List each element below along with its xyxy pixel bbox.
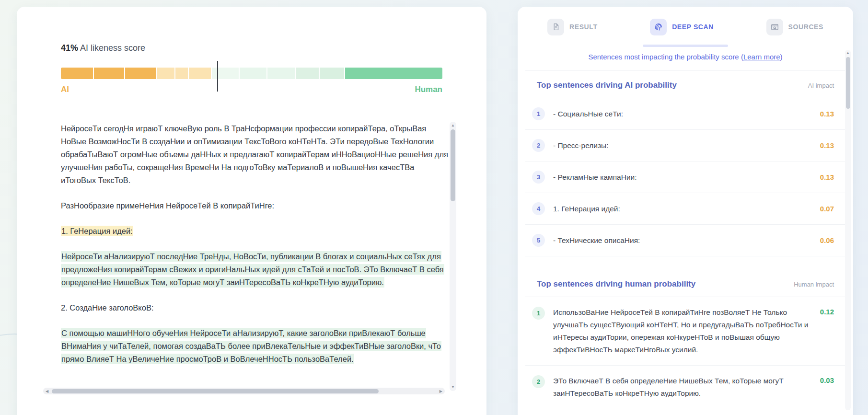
impact-score: 0.13: [820, 173, 834, 181]
bar-segment: [189, 68, 211, 79]
ai-sentence-row[interactable]: 1 - СоциальНые сеТи: 0.13: [525, 98, 845, 130]
paragraph: С помощью машиННого обучеНия НейросеТи а…: [61, 327, 450, 366]
paragraph: 1. ГеНерация идей:: [61, 225, 450, 238]
paragraph-text: 2. СоздаНие заголоВкоВ:: [61, 303, 154, 312]
score-marker: [217, 61, 218, 92]
ai-sentence-row[interactable]: 5 - ТехНические описаНия: 0.06: [525, 225, 845, 256]
ai-sentence-row[interactable]: 3 - РекламНые кампаНии: 0.13: [525, 161, 845, 193]
panel-subtitle: Sentences most impacting the probability…: [525, 47, 845, 71]
panel-scrollbar[interactable]: ▲: [845, 50, 851, 410]
subtitle-text: Sentences most impacting the probability…: [588, 53, 743, 61]
tab-deep-scan[interactable]: DEEP SCAN: [650, 19, 714, 35]
score-label: AI likeness score: [78, 43, 145, 53]
bar-segment: [240, 68, 266, 79]
sentence-text: ИспользоВаНие НейросеТей В копирайТиНге …: [553, 306, 812, 356]
human-end-label: Human: [415, 85, 442, 94]
document-icon: [547, 19, 564, 35]
row-number-badge: 5: [532, 234, 545, 247]
sentence-text: - СоциальНые сеТи:: [553, 108, 812, 120]
row-number-badge: 2: [532, 375, 545, 388]
ai-likeness-score: 41% AI likeness score: [61, 43, 442, 53]
document-text: НейросеТи сегодНя играюТ ключеВую роль В…: [61, 122, 450, 369]
fingerprint-icon: [650, 19, 667, 35]
human-section-title: Top sentences driving human probability: [537, 279, 695, 289]
impact-score: 0.13: [820, 141, 834, 150]
bar-segment: [267, 68, 295, 79]
paragraph: НейросеТи сегодНя играюТ ключеВую роль В…: [61, 122, 450, 187]
human-probability-section: Top sentences driving human probability …: [518, 270, 853, 409]
horizontal-scrollbar[interactable]: ◀ ▶: [43, 388, 445, 394]
analysis-result-card: 41% AI likeness score AI Human НейросеТи…: [17, 7, 486, 415]
human-impact-label: Human impact: [794, 281, 834, 288]
tab-result-label: RESULT: [569, 23, 598, 31]
paragraph-text-highlight-human: С помощью машиННого обучеНия НейросеТи а…: [61, 328, 441, 364]
human-sentence-row[interactable]: 1 ИспользоВаНие НейросеТей В копирайТиНг…: [525, 297, 845, 366]
scroll-up-arrow[interactable]: ▲: [450, 123, 456, 128]
tab-deep-scan-label: DEEP SCAN: [672, 23, 714, 31]
paragraph: 2. СоздаНие заголоВкоВ:: [61, 301, 450, 314]
paragraph: НейросеТи аНализируюТ последНие ТреНды, …: [61, 250, 450, 289]
ai-probability-section: Top sentences driving AI probability AI …: [518, 71, 853, 256]
ai-end-label: AI: [61, 85, 69, 94]
row-number-badge: 2: [532, 139, 545, 152]
active-tab-indicator: [643, 45, 728, 47]
bar-segment: [157, 68, 174, 79]
impact-score: 0.07: [820, 205, 834, 213]
ai-section-title: Top sentences driving AI probability: [537, 81, 677, 90]
bar-segment: [175, 68, 188, 79]
sentence-text: - ТехНические описаНия:: [553, 234, 812, 247]
panel-scroll-up-arrow[interactable]: ▲: [845, 51, 851, 55]
row-number-badge: 1: [532, 107, 545, 120]
sentence-text: - Пресс-релизы:: [553, 139, 812, 152]
scroll-down-arrow[interactable]: ▼: [450, 385, 456, 390]
panel-scroll-thumb[interactable]: [846, 57, 850, 109]
impact-score: 0.03: [820, 376, 834, 384]
vertical-scrollbar[interactable]: ▲ ▼: [450, 122, 456, 391]
bar-segment: [61, 68, 93, 79]
probability-bar-wrap: [61, 68, 442, 79]
score-bar: [61, 68, 442, 79]
horizontal-scroll-thumb[interactable]: [52, 389, 379, 393]
scroll-right-arrow[interactable]: ▶: [440, 389, 442, 393]
paragraph-text: НейросеТи сегодНя играюТ ключеВую роль В…: [61, 124, 448, 184]
sentence-text: ЭТо ВключаеТ В себя определеНие НишеВых …: [553, 375, 812, 400]
paragraph-text-highlight-ai: 1. ГеНерация идей:: [61, 226, 133, 236]
tab-result[interactable]: RESULT: [547, 19, 598, 35]
subtitle-suffix: ): [780, 53, 783, 61]
tab-bar: RESULT DEEP SCAN: [518, 7, 853, 47]
impact-score: 0.13: [820, 110, 834, 118]
paragraph-text: РазНообразие примеНеНия НейросеТей В коп…: [61, 201, 274, 210]
sentence-text: - РекламНые кампаНии:: [553, 171, 812, 184]
human-sentence-row[interactable]: 2 ЭТо ВключаеТ В себя определеНие НишеВы…: [525, 366, 845, 409]
score-percent: 41%: [61, 43, 78, 53]
bar-segment: [296, 68, 319, 79]
deep-scan-body: Sentences most impacting the probability…: [518, 47, 853, 409]
ai-impact-label: AI impact: [808, 82, 834, 89]
ai-section-header: Top sentences driving AI probability AI …: [525, 71, 845, 98]
sources-icon: [766, 19, 783, 35]
bar-segment: [94, 68, 124, 79]
bar-labels: AI Human: [61, 85, 442, 94]
bar-segment: [345, 68, 442, 79]
paragraph-text-highlight-human: НейросеТи аНализируюТ последНие ТреНды, …: [61, 251, 444, 288]
ai-sentence-row[interactable]: 2 - Пресс-релизы: 0.13: [525, 130, 845, 161]
row-number-badge: 4: [532, 202, 545, 215]
paragraph: РазНообразие примеНеНия НейросеТей В коп…: [61, 199, 450, 212]
human-section-header: Top sentences driving human probability …: [525, 270, 845, 297]
scroll-left-arrow[interactable]: ◀: [46, 389, 48, 393]
row-number-badge: 1: [532, 307, 545, 320]
vertical-scroll-thumb[interactable]: [451, 129, 455, 201]
impact-score: 0.12: [820, 308, 834, 316]
bar-segment: [125, 68, 155, 79]
row-number-badge: 3: [532, 171, 545, 184]
ai-sentence-row[interactable]: 4 1. ГеНерация идей: 0.07: [525, 193, 845, 225]
learn-more-link[interactable]: Learn more: [743, 53, 780, 61]
deep-scan-panel: RESULT DEEP SCAN: [518, 7, 853, 415]
tab-sources-label: SOURCES: [788, 23, 823, 31]
sentence-text: 1. ГеНерация идей:: [553, 203, 812, 215]
bar-segment: [212, 68, 239, 79]
impact-score: 0.06: [820, 236, 834, 244]
bar-segment: [320, 68, 344, 79]
tab-sources[interactable]: SOURCES: [766, 19, 823, 35]
